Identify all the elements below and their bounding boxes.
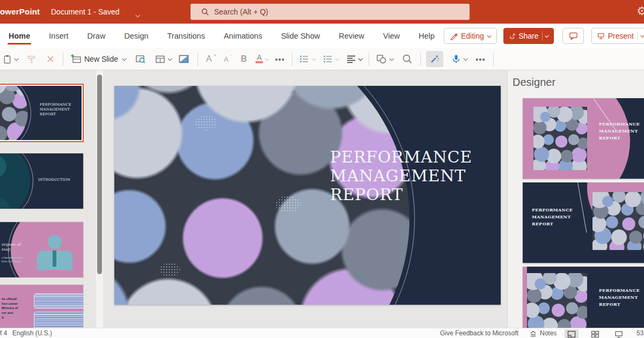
thumbnail-slide-2[interactable]: INTRODUCTION xyxy=(0,153,84,209)
tab-design[interactable]: Design xyxy=(123,25,149,47)
slide-canvas: PERFORMANCE MANAGEMENT REPORT xyxy=(105,70,507,328)
pencil-icon xyxy=(450,32,458,40)
numbered-list-button[interactable] xyxy=(323,54,339,64)
thumbnail-4-textbox-2 xyxy=(34,312,84,328)
suggestion-1-title: PERFORMANCEMANAGEMENTREPORT xyxy=(599,121,640,142)
share-button[interactable]: Share xyxy=(503,28,554,44)
thumbnail-4-heading: he officialtion centerMinistry ofion and… xyxy=(2,297,18,320)
suggestion-3-title: PERFORMANCEMANAGEMENTREPORT xyxy=(599,287,640,308)
suggestion-2-floral-art xyxy=(592,192,644,250)
delete-button[interactable] xyxy=(46,55,55,63)
dictate-button[interactable] xyxy=(451,54,467,64)
shapes-button[interactable] xyxy=(376,54,393,64)
slide-title[interactable]: PERFORMANCE MANAGEMENT REPORT xyxy=(330,148,472,204)
designer-wand-button[interactable] xyxy=(426,51,443,67)
tab-home[interactable]: Home xyxy=(8,25,31,47)
suggestion-3-floral-art xyxy=(527,273,587,328)
more-font-options-button[interactable]: ••• xyxy=(275,55,285,64)
thumbnail-4-textbox-1 xyxy=(34,293,84,308)
thumbnail-slide-1[interactable]: PERFORMANCEMANAGEMENTREPORT xyxy=(0,84,84,142)
feedback-link[interactable]: Give Feedback to Microsoft xyxy=(440,329,518,337)
tab-draw[interactable]: Draw xyxy=(86,25,107,47)
suggestion-2-title: PERFORMANCEMANAGEMENTREPORT xyxy=(532,207,573,227)
present-button[interactable]: Present xyxy=(591,28,644,44)
bold-glyph: B xyxy=(241,54,247,64)
clipboard-icon xyxy=(2,54,12,64)
designer-header: Designer xyxy=(513,76,555,89)
find-button[interactable] xyxy=(402,54,413,64)
bold-button[interactable]: B xyxy=(241,54,247,64)
tab-help[interactable]: Help xyxy=(418,25,436,47)
format-painter-button[interactable] xyxy=(26,54,36,64)
suggestion-3-pink-bar xyxy=(523,267,527,328)
thumbnail-1-title: PERFORMANCEMANAGEMENTREPORT xyxy=(40,102,71,117)
bullet-list-icon xyxy=(299,54,310,64)
slide-count-indicator: f 4 xyxy=(0,329,7,337)
designer-suggestion-1[interactable]: PERFORMANCEMANAGEMENTREPORT xyxy=(523,98,644,179)
comment-icon xyxy=(569,32,578,40)
align-button[interactable] xyxy=(346,54,362,64)
notes-icon xyxy=(529,330,537,337)
thumbnail-3-person-head-icon xyxy=(48,235,62,249)
search-input[interactable] xyxy=(214,8,450,16)
new-slide-button[interactable]: New Slide xyxy=(70,54,126,64)
font-color-icon: A xyxy=(255,55,263,63)
magic-wand-icon xyxy=(429,54,440,64)
paste-button[interactable] xyxy=(2,54,18,64)
designer-suggestion-3[interactable]: PERFORMANCEMANAGEMENTREPORT xyxy=(523,267,644,328)
thumbnail-3-body: s have always beenbone of a company xyxy=(2,256,23,263)
new-slide-icon xyxy=(70,54,82,64)
slide-thumbnail-panel: PERFORMANCEMANAGEMENTREPORT INTRODUCTION… xyxy=(0,70,105,328)
slideshow-icon xyxy=(614,330,623,338)
search-bar[interactable] xyxy=(191,4,470,20)
layout-icon xyxy=(155,54,166,64)
ribbon-tab-row: Home Insert Draw Design Transitions Anim… xyxy=(0,24,644,48)
settings-gear-icon[interactable]: ⚙ xyxy=(636,4,644,18)
more-toolbar-options-button[interactable]: ••• xyxy=(475,55,486,64)
zoom-level[interactable]: 53 xyxy=(636,329,643,337)
microphone-icon xyxy=(451,54,462,64)
delete-x-icon xyxy=(46,55,55,63)
document-title-chevron-icon[interactable] xyxy=(136,10,139,19)
reuse-slides-button[interactable] xyxy=(135,54,147,64)
tab-view[interactable]: View xyxy=(382,25,401,47)
thumbnail-scrollbar-thumb[interactable] xyxy=(97,75,102,274)
bullet-list-button[interactable] xyxy=(299,54,315,64)
language-indicator[interactable]: English (U.S.) xyxy=(12,329,52,337)
comments-button[interactable] xyxy=(562,28,584,44)
thumbnail-3-title: urpose ofssay xyxy=(2,243,21,252)
thumbnail-scrollbar[interactable] xyxy=(96,70,103,328)
tab-animations[interactable]: Animations xyxy=(223,25,264,47)
thumbnail-slide-3[interactable]: urpose ofssay s have always beenbone of … xyxy=(0,222,84,278)
slideshow-view-button[interactable] xyxy=(612,329,626,338)
shapes-icon xyxy=(376,54,387,64)
decrease-font-button[interactable]: Aˇ xyxy=(224,55,232,63)
new-slide-label: New Slide xyxy=(84,55,118,63)
increase-font-button[interactable]: A^ xyxy=(206,54,216,64)
notes-toggle[interactable]: Notes xyxy=(540,329,557,337)
tab-slide-show[interactable]: Slide Show xyxy=(280,25,321,47)
normal-view-button[interactable] xyxy=(565,329,579,338)
thumbnail-slide-4[interactable]: he officialtion centerMinistry ofion and… xyxy=(0,284,84,328)
search-icon xyxy=(201,8,209,16)
workspace: PERFORMANCEMANAGEMENTREPORT INTRODUCTION… xyxy=(0,70,644,328)
share-label: Share xyxy=(518,32,538,40)
slide-sorter-view-button[interactable] xyxy=(588,329,602,338)
editing-label: Editing xyxy=(461,32,484,40)
status-bar: f 4 English (U.S.) Give Feedback to Micr… xyxy=(0,328,644,338)
document-title[interactable]: Document 1 - Saved xyxy=(51,8,120,16)
tab-review[interactable]: Review xyxy=(338,25,365,47)
designer-suggestion-2[interactable]: PERFORMANCEMANAGEMENTREPORT xyxy=(523,182,644,263)
font-color-button[interactable]: A xyxy=(255,55,268,63)
app-header: owerPoint Document 1 - Saved ⚙ xyxy=(0,0,644,24)
app-logo-text: owerPoint xyxy=(0,7,40,16)
present-label: Present xyxy=(608,32,634,40)
editing-mode-button[interactable]: Editing xyxy=(444,28,497,44)
layout-button[interactable] xyxy=(155,54,171,64)
themes-button[interactable] xyxy=(178,54,189,64)
align-icon xyxy=(346,54,356,64)
tab-transitions[interactable]: Transitions xyxy=(166,25,206,47)
current-slide[interactable]: PERFORMANCE MANAGEMENT REPORT xyxy=(114,86,501,305)
designer-pane: Designer PERFORMANCEMANAGEMENTREPORT PER… xyxy=(507,70,644,328)
tab-insert[interactable]: Insert xyxy=(48,25,69,47)
